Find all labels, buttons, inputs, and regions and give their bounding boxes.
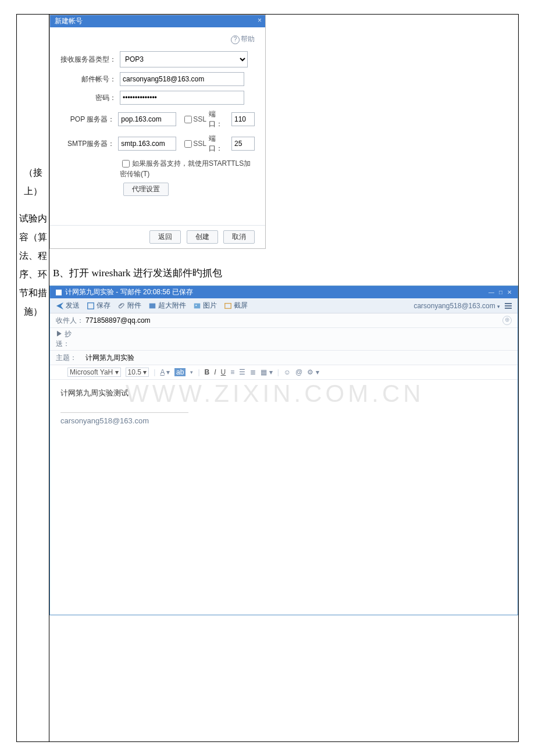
close-icon[interactable]: × <box>258 16 262 24</box>
signature-text: carsonyang518@163.com <box>60 416 507 425</box>
svg-rect-4 <box>225 303 231 308</box>
password-label: 密码： <box>60 93 116 103</box>
svg-rect-1 <box>149 303 156 308</box>
signature-separator <box>60 412 188 413</box>
expand-recipients-icon[interactable]: ⊕ <box>502 316 512 325</box>
close-icon[interactable]: ✕ <box>507 289 512 295</box>
to-input[interactable] <box>84 315 502 326</box>
send-icon <box>56 302 64 310</box>
compose-toolbar: 发送 保存 附件 超大附件 图片 截屏 carsonyang518@163.co… <box>50 298 518 313</box>
new-account-dialog: 新建帐号 × ?帮助 接收服务器类型： POP3 邮件帐号： 密码： POP 服… <box>49 15 266 249</box>
pop-port-input[interactable] <box>231 112 255 126</box>
sidebar-label-lower: 试验内容（算法、程序、环节和措施） <box>17 209 49 321</box>
indent-button[interactable]: ▦ ▾ <box>261 368 272 376</box>
pop-label: POP 服务器： <box>60 115 115 124</box>
smtp-label: SMTP服务器： <box>60 139 115 149</box>
subject-input[interactable] <box>84 352 512 363</box>
font-select[interactable]: Microsoft YaH ▾ <box>67 368 121 377</box>
save-icon <box>87 302 95 310</box>
cloud-icon <box>148 302 156 310</box>
section-b-heading: B、打开 wireshark 进行发送邮件旳抓包 <box>53 266 518 280</box>
maximize-icon[interactable]: □ <box>499 289 502 295</box>
email-body: 计网第九周实验测试 <box>60 388 507 398</box>
svg-point-3 <box>195 305 197 306</box>
cancel-button[interactable]: 取消 <box>223 230 255 244</box>
account-label: 邮件帐号： <box>60 74 116 84</box>
more-format-button[interactable]: ⚙ ▾ <box>307 368 319 376</box>
svg-rect-2 <box>194 303 201 308</box>
starttls-checkbox[interactable] <box>122 160 130 167</box>
screenshot-button[interactable]: 截屏 <box>224 301 248 311</box>
screenshot-icon <box>224 302 232 310</box>
dialog-titlebar: 新建帐号 × <box>50 15 265 27</box>
pop-server-input[interactable] <box>118 112 176 126</box>
attach-button[interactable]: 附件 <box>117 301 141 311</box>
size-select[interactable]: 10.5 ▾ <box>126 368 149 377</box>
highlight-button[interactable]: ab <box>174 368 186 376</box>
sidebar-label-cell: （接上） 试验内容（算法、程序、环节和措施） <box>17 15 49 742</box>
smtp-server-input[interactable] <box>118 137 176 151</box>
password-input[interactable] <box>120 91 244 105</box>
at-button[interactable]: @ <box>295 368 302 376</box>
sidebar-label-upper: （接上） <box>17 163 49 201</box>
smtp-ssl-checkbox[interactable] <box>184 140 192 148</box>
svg-rect-0 <box>88 302 94 309</box>
help-link[interactable]: ?帮助 <box>60 34 255 44</box>
compose-title: 计网第九周实验 - 写邮件 20:08:56 已保存 <box>65 287 193 297</box>
menu-icon[interactable] <box>505 302 512 310</box>
align-button[interactable]: ≡ <box>230 368 234 376</box>
save-button[interactable]: 保存 <box>87 301 110 311</box>
italic-button[interactable]: I <box>214 368 216 376</box>
cc-input[interactable] <box>84 333 512 345</box>
image-icon <box>193 302 201 310</box>
underline-button[interactable]: U <box>221 368 226 376</box>
proxy-settings-button[interactable]: 代理设置 <box>123 183 169 196</box>
account-input[interactable] <box>120 72 244 86</box>
list-button[interactable]: ☰ <box>239 368 245 376</box>
minimize-icon[interactable]: — <box>488 289 494 295</box>
email-editor[interactable]: WWW.ZIXIN.COM.CN 计网第九周实验测试 carsonyang518… <box>50 380 518 615</box>
emoji-button[interactable]: ☺ <box>284 368 291 376</box>
dialog-title: 新建帐号 <box>55 17 83 25</box>
compose-titlebar: 计网第九周实验 - 写邮件 20:08:56 已保存 — □ ✕ <box>50 286 518 298</box>
help-icon: ? <box>231 35 240 44</box>
back-button[interactable]: 返回 <box>149 230 181 244</box>
to-label: 收件人： <box>56 316 84 326</box>
app-icon <box>56 290 62 295</box>
server-type-label: 接收服务器类型： <box>60 55 116 65</box>
server-type-select[interactable]: POP3 <box>120 51 248 67</box>
image-button[interactable]: 图片 <box>193 301 217 311</box>
compose-window: 计网第九周实验 - 写邮件 20:08:56 已保存 — □ ✕ 发送 保存 附… <box>49 286 518 615</box>
numbered-list-button[interactable]: ≣ <box>250 368 256 376</box>
smtp-port-input[interactable] <box>231 137 255 151</box>
send-button[interactable]: 发送 <box>56 301 80 311</box>
font-color-button[interactable]: A ▾ <box>160 368 170 376</box>
bold-button[interactable]: B <box>205 368 210 376</box>
big-attach-button[interactable]: 超大附件 <box>148 301 186 311</box>
chevron-down-icon: ▾ <box>497 304 500 309</box>
create-button[interactable]: 创建 <box>187 230 218 244</box>
paperclip-icon <box>117 302 126 310</box>
pop-ssl-checkbox[interactable] <box>184 116 192 123</box>
subject-label: 主题： <box>56 353 84 363</box>
cc-label[interactable]: ▶ 抄送： <box>56 329 84 349</box>
account-selector[interactable]: carsonyang518@163.com ▾ <box>413 302 500 310</box>
format-toolbar: Microsoft YaH ▾ 10.5 ▾ | A ▾ ab▾ | B I U… <box>50 365 518 380</box>
